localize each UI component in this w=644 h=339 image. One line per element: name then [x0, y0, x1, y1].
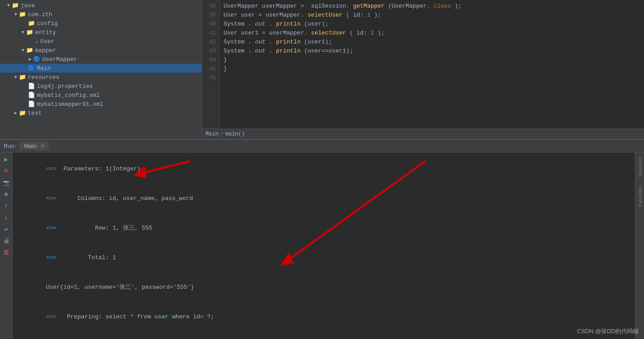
code-editor: 38 39 40 41 42 43 44 45 46 UserMapper us…	[202, 0, 644, 139]
folder-icon-test: 📁	[19, 109, 26, 117]
code-line-40: System . out . println (user);	[223, 20, 640, 29]
code-line-43: System . out . println (user==user1);	[223, 47, 640, 56]
folder-icon-config: 📁	[28, 20, 35, 27]
sidebar-item-resources[interactable]: 📁 resources	[0, 73, 202, 82]
top-area: 📁 java 📁 com.zth 📁 config 📁 entity ☕ Use…	[0, 0, 644, 139]
run-tab-label: Main	[24, 143, 36, 149]
sidebar-item-java[interactable]: 📁 java	[0, 1, 202, 10]
sidebar-item-mapper[interactable]: 📁 mapper	[0, 46, 202, 55]
run-body: ▶ ■ 📷 ⚙ ↑ ↓ ↩ 🖨 🗑 ==> Parameters: 1(Inte…	[0, 152, 644, 339]
structure-label[interactable]: Structure	[637, 157, 643, 177]
arrow-java	[7, 3, 10, 8]
label-main: Main	[37, 65, 51, 72]
sidebar-item-user[interactable]: ☕ User	[0, 37, 202, 46]
arrow-test	[14, 110, 17, 116]
project-sidebar: 📁 java 📁 com.zth 📁 config 📁 entity ☕ Use…	[0, 0, 202, 139]
java-icon-main: 🔵	[28, 65, 35, 72]
arrow-entity	[22, 30, 24, 35]
interface-icon-usermapper: 🔵	[33, 56, 40, 63]
output-line-1: ==> Parameters: 1(Integer)	[18, 154, 630, 184]
sidebar-item-log4j[interactable]: 📄 log4j.properties	[0, 82, 202, 91]
label-mybatis-config: mybatis_config.xml	[37, 92, 100, 99]
delete-button[interactable]: 🗑	[1, 248, 11, 257]
label-mybatismapper: mybatismapper01.xml	[37, 101, 103, 108]
favorites-label[interactable]: Favorites	[637, 186, 643, 206]
sidebar-item-comzth[interactable]: 📁 com.zth	[0, 10, 202, 19]
folder-icon-resources: 📁	[19, 74, 26, 81]
run-button[interactable]: ▶	[1, 154, 11, 164]
folder-icon-mapper: 📁	[26, 47, 33, 54]
folder-icon-java: 📁	[12, 2, 19, 9]
label-test: test	[28, 110, 42, 117]
code-line-38: UserMapper userMapper = sqlSession. getM…	[223, 2, 640, 11]
sidebar-item-entity[interactable]: 📁 entity	[0, 28, 202, 37]
label-user: User	[40, 38, 54, 45]
folder-icon-comzth: 📁	[19, 11, 26, 18]
right-structure-panel: Structure Favorites	[635, 152, 644, 339]
run-output[interactable]: ==> Parameters: 1(Integer) <== Columns: …	[13, 152, 635, 339]
rerun-button[interactable]: 📷	[1, 178, 11, 187]
run-left-toolbar: ▶ ■ 📷 ⚙ ↑ ↓ ↩ 🖨 🗑	[0, 152, 13, 339]
sidebar-item-test[interactable]: 📁 test	[0, 109, 202, 117]
arrow-mapper	[22, 48, 24, 53]
code-lines: UserMapper userMapper = sqlSession. getM…	[220, 0, 644, 129]
label-usermapper: UserMapper	[42, 56, 77, 63]
arrow-resources	[14, 75, 17, 80]
output-line-3: <== Row: 1, 张三, 555	[18, 213, 630, 243]
folder-icon-entity: 📁	[26, 29, 33, 36]
breadcrumb-file: Main	[206, 131, 219, 137]
code-line-41: User user1 = userMapper. selectUser ( id…	[223, 29, 640, 38]
up-button[interactable]: ↑	[1, 201, 11, 211]
line-numbers: 38 39 40 41 42 43 44 45 46	[202, 0, 220, 129]
breadcrumb: Main > main()	[202, 129, 644, 139]
label-log4j: log4j.properties	[37, 83, 93, 90]
code-line-42: System . out . println (user1);	[223, 38, 640, 47]
breadcrumb-sep: >	[220, 131, 223, 137]
stop-button[interactable]: ■	[1, 166, 11, 176]
code-line-39: User user = userMapper. selectUser ( id:…	[223, 11, 640, 20]
label-entity: entity	[35, 29, 56, 36]
code-line-45: }	[223, 65, 640, 74]
run-label: Run:	[4, 143, 16, 149]
sidebar-item-mybatismapper[interactable]: 📄 mybatismapper01.xml	[0, 100, 202, 109]
arrow-comzth	[14, 12, 17, 17]
login-button[interactable]: ↩	[1, 224, 11, 234]
sidebar-item-mybatis-config[interactable]: 📄 mybatis_config.xml	[0, 91, 202, 100]
xml-icon-mybatis: 📄	[28, 91, 35, 99]
java-icon-user: ☕	[35, 38, 39, 45]
arrow-usermapper	[29, 56, 31, 62]
run-header: Run: Main ✕	[0, 139, 644, 152]
run-tab-main[interactable]: Main ✕	[19, 142, 48, 150]
run-panel: Run: Main ✕ ▶ ■ 📷 ⚙ ↑ ↓ ↩ 🖨 🗑 ==> Parame…	[0, 139, 644, 339]
close-icon[interactable]: ✕	[40, 143, 44, 149]
scroll-down-button[interactable]: ⚙	[1, 189, 11, 199]
xml-icon-mybatismapper: 📄	[28, 100, 35, 108]
output-line-6: ==> Preparing: select * from user where …	[18, 302, 630, 332]
label-comzth: com.zth	[28, 11, 53, 18]
label-mapper: mapper	[35, 47, 56, 54]
output-line-2: <== Columns: id, user_name, pass_word	[18, 184, 630, 213]
output-line-5: User{id=1, username='张三', password='555'…	[18, 273, 630, 302]
label-resources: resources	[28, 74, 59, 81]
props-icon-log4j: 📄	[28, 83, 35, 90]
label-config: config	[37, 20, 58, 27]
sidebar-item-config[interactable]: 📁 config	[0, 19, 202, 28]
code-content: 38 39 40 41 42 43 44 45 46 UserMapper us…	[202, 0, 644, 129]
breadcrumb-method: main()	[225, 131, 245, 137]
label-java: java	[21, 2, 35, 9]
code-line-44: }	[223, 56, 640, 65]
sidebar-item-usermapper[interactable]: 🔵 UserMapper	[0, 55, 202, 64]
output-line-7: ==> Parameters: 2(Integer)	[18, 332, 630, 339]
print-button[interactable]: 🖨	[1, 236, 11, 246]
sidebar-item-main[interactable]: 🔵 Main	[0, 64, 202, 73]
code-line-46	[223, 74, 640, 83]
output-line-4: <== Total: 1	[18, 243, 630, 273]
down-button[interactable]: ↓	[1, 213, 11, 222]
code-span: UserMapper	[223, 3, 258, 9]
